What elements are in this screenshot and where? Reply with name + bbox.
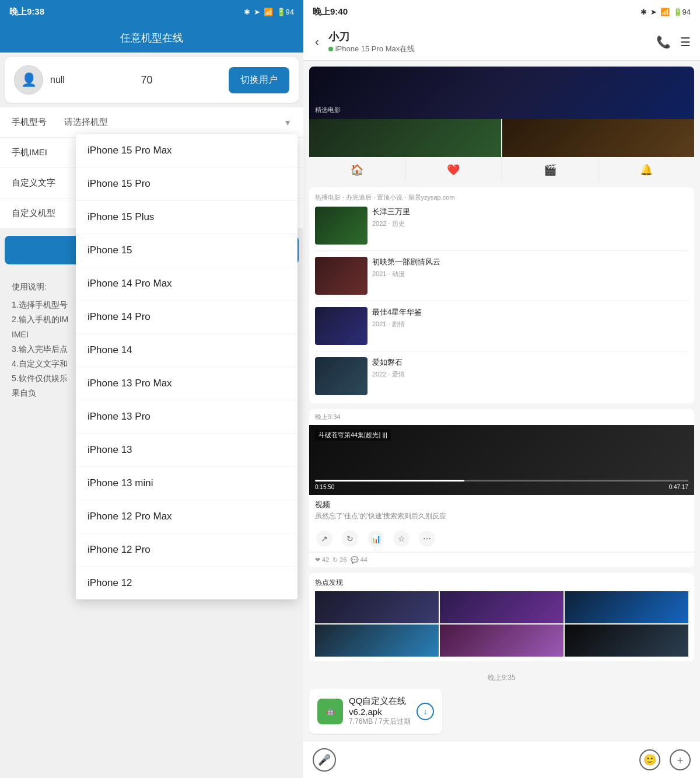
dropdown-item-iphone13[interactable]: iPhone 13 (76, 434, 298, 467)
count-2: ↻ 26 (332, 556, 346, 564)
dropdown-item-iphone13mini[interactable]: iPhone 13 mini (76, 467, 298, 500)
action-icons: ↗ ↻ 📊 ☆ ⋯ (309, 526, 694, 552)
message-timestamp: 晚上9:35 (309, 667, 694, 689)
hotspot-item-3[interactable] (565, 591, 688, 623)
gps-icon-left: ➤ (254, 8, 260, 16)
forward-icon: ↻ (342, 531, 358, 547)
menu-row-model[interactable]: 手机型号 请选择机型 ▼ (0, 107, 303, 138)
dropdown-item-iphone15plus[interactable]: iPhone 15 Plus (76, 201, 298, 234)
menu-label-model: 手机型号 (12, 117, 64, 128)
video-counts: ❤ 42 ↻ 26 💬 44 (309, 552, 694, 567)
user-info: 👤 null (14, 65, 65, 95)
right-panel: 晚上9:40 ✱ ➤ 📶 🔋94 ‹ 小刀 iPhone 15 Pro Max在… (303, 0, 700, 778)
wifi-icon-left: 📶 (264, 8, 273, 16)
share-icon: ↗ (316, 531, 332, 547)
file-bubble: 🤖 QQ自定义在线v6.2.apk 7.76MB / 7天后过期 ↓ (309, 689, 442, 734)
status-bar-right: 晚上9:40 ✱ ➤ 📶 🔋94 (303, 0, 700, 23)
menu-icon[interactable]: ☰ (680, 35, 691, 49)
chat-status-text: iPhone 15 Pro Max在线 (335, 44, 415, 54)
content-card-hotspot: 热点发现 (309, 573, 694, 661)
hotspot-item-4[interactable] (315, 625, 439, 657)
video-info: 视频 虽然忘了'佳点'的'快速'搜索索则后久别反应 (309, 495, 694, 526)
status-icons-left: ✱ ➤ 📶 🔋94 (244, 8, 294, 16)
status-bar-left: 晚上9:38 ✱ ➤ 📶 🔋94 (0, 0, 303, 23)
content-card-video: 晚上9:34 斗破苍穹第44集[超光] ||| 0:15:50 0:47:17 … (309, 409, 694, 567)
action-item-2[interactable]: ↻ (342, 531, 358, 547)
dropdown-item-iphone13pro[interactable]: iPhone 13 Pro (76, 400, 298, 434)
chat-icons: 📞 ☰ (656, 35, 691, 49)
dropdown-item-iphone12pro[interactable]: iPhone 12 Pro (76, 533, 298, 567)
action-item-3[interactable]: 📊 (368, 531, 384, 547)
content-card-1: 精选电影 🏠 ❤️ 🎬 🔔 (309, 67, 694, 182)
avatar: 👤 (14, 65, 43, 95)
online-dot-icon (328, 47, 333, 51)
more-icon: ⋯ (419, 531, 435, 547)
switch-user-button[interactable]: 切换用户 (229, 67, 289, 93)
battery-icon-left: 🔋94 (276, 8, 294, 16)
microphone-button[interactable]: 🎤 (313, 748, 336, 772)
status-icons-right: ✱ ➤ 📶 🔋94 (640, 8, 691, 16)
dropdown-item-iphone12[interactable]: iPhone 12 (76, 567, 298, 599)
dropdown-item-iphone14[interactable]: iPhone 14 (76, 334, 298, 367)
chat-user-name: 小刀 (328, 30, 649, 44)
hotspot-item-6[interactable] (565, 625, 688, 657)
app-header: 任意机型在线 (0, 23, 303, 53)
video-progress: 0:15:50 0:47:17 (315, 480, 688, 490)
left-panel: 晚上9:38 ✱ ➤ 📶 🔋94 任意机型在线 👤 null 70 切换用户 手… (0, 0, 303, 778)
chat-status: iPhone 15 Pro Max在线 (328, 44, 649, 54)
dropdown-item-iphone15pro[interactable]: iPhone 15 Pro (76, 168, 298, 201)
chat-messages[interactable]: 精选电影 🏠 ❤️ 🎬 🔔 热播电影 · 办完追后 · 置顶小说 · 留景yzy… (303, 61, 700, 741)
gps-icon-right: ➤ (650, 8, 657, 16)
battery-icon-right: 🔋94 (673, 8, 691, 16)
time-left: 晚上9:38 (9, 6, 44, 18)
count-3: 💬 44 (351, 556, 368, 564)
dropdown-item-iphone14promax[interactable]: iPhone 14 Pro Max (76, 267, 298, 301)
menu-label-custom-model: 自定义机型 (12, 208, 64, 219)
file-message: 🤖 QQ自定义在线v6.2.apk 7.76MB / 7天后过期 ↓ (309, 689, 694, 734)
user-count: 70 (141, 74, 152, 86)
android-icon: 🤖 (326, 707, 335, 716)
emoji-button[interactable]: 🙂 (639, 749, 660, 770)
file-meta: 7.76MB / 7天后过期 (349, 717, 411, 727)
content-card-2: 热播电影 · 办完追后 · 置顶小说 · 留景yzysap.com 长津三万里 … (309, 187, 694, 403)
hotspot-title: 热点发现 (315, 578, 688, 588)
dropdown-item-iphone15[interactable]: iPhone 15 (76, 234, 298, 267)
star-icon: ☆ (393, 531, 410, 547)
user-name: null (50, 75, 65, 85)
dropdown-item-iphone15promax[interactable]: iPhone 15 Pro Max (76, 134, 298, 168)
menu-value-model: 请选择机型 (64, 117, 284, 128)
dropdown-item-iphone13promax[interactable]: iPhone 13 Pro Max (76, 367, 298, 400)
apk-file-icon: 🤖 (317, 699, 343, 724)
bluetooth-icon-left: ✱ (244, 8, 250, 16)
user-section: 👤 null 70 切换用户 (5, 57, 299, 103)
menu-label-imei: 手机IMEI (12, 147, 64, 158)
menu-label-custom-text: 自定义文字 (12, 177, 64, 189)
plus-button[interactable]: ＋ (670, 749, 691, 770)
bluetooth-icon-right: ✱ (640, 8, 647, 16)
chat-bottom-bar: 🎤 🙂 ＋ (303, 741, 700, 778)
video-thumbnail[interactable]: 斗破苍穹第44集[超光] ||| 0:15:50 0:47:17 (309, 425, 694, 495)
dropdown-item-iphone14pro[interactable]: iPhone 14 Pro (76, 301, 298, 334)
file-header: 🤖 QQ自定义在线v6.2.apk 7.76MB / 7天后过期 ↓ (317, 696, 434, 727)
action-item-1[interactable]: ↗ (316, 531, 332, 547)
dropdown-item-iphone12promax[interactable]: iPhone 12 Pro Max (76, 500, 298, 533)
time-right: 晚上9:40 (313, 6, 348, 18)
chart-icon: 📊 (368, 531, 384, 547)
hotspot-item-5[interactable] (440, 625, 564, 657)
hotspot-item-2[interactable] (440, 591, 564, 623)
download-button[interactable]: ↓ (416, 703, 434, 720)
file-info: QQ自定义在线v6.2.apk 7.76MB / 7天后过期 (349, 696, 411, 727)
model-dropdown: iPhone 15 Pro Max iPhone 15 Pro iPhone 1… (76, 134, 298, 599)
hotspot-grid (315, 591, 688, 657)
hotspot-item-1[interactable] (315, 591, 439, 623)
chat-header: ‹ 小刀 iPhone 15 Pro Max在线 📞 ☰ (303, 23, 700, 61)
phone-icon[interactable]: 📞 (656, 35, 671, 49)
file-name: QQ自定义在线v6.2.apk (349, 696, 411, 717)
dropdown-arrow-icon: ▼ (284, 118, 292, 127)
action-item-4[interactable]: ☆ (393, 531, 410, 547)
chat-user-info: 小刀 iPhone 15 Pro Max在线 (328, 30, 649, 54)
back-button[interactable]: ‹ (313, 33, 321, 51)
action-item-5[interactable]: ⋯ (419, 531, 435, 547)
app-title: 任意机型在线 (120, 31, 183, 45)
count-1: ❤ 42 (315, 556, 329, 564)
